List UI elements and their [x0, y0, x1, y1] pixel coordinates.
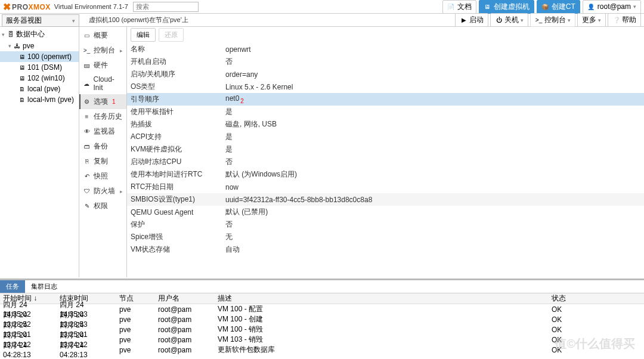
nav-item-label: 快照 — [94, 171, 108, 181]
view-bar: 服务器视图▾ 虚拟机100 (openwrt)在节点'pve'上 ▶启动 ⏻关机… — [0, 14, 644, 27]
log-row[interactable]: 四月 24 04:28:13四月 24 04:28:13pveroot@pam更… — [0, 345, 644, 355]
server-icon: 🗄 — [7, 30, 14, 38]
option-value: 是 — [225, 107, 644, 117]
nav-item-label: 监视器 — [94, 126, 115, 137]
option-key: 名称 — [127, 44, 225, 54]
option-row[interactable]: 启动时冻结CPU否 — [127, 156, 644, 168]
option-value: 无 — [225, 232, 644, 242]
chevron-right-icon: ▸ — [120, 188, 123, 194]
nav-item[interactable]: ☁Cloud-Init — [79, 73, 126, 94]
option-key: VM状态存储 — [127, 245, 225, 255]
col-node[interactable]: 节点 — [116, 292, 155, 305]
option-value: 默认 (已禁用) — [225, 207, 644, 217]
option-key: OS类型 — [127, 82, 225, 92]
backup-icon: 🗃 — [83, 143, 91, 150]
option-key: Spice增强 — [127, 232, 225, 242]
nav-item-label: 控制台 — [94, 45, 115, 55]
nav-item[interactable]: ▭概要 — [79, 28, 126, 43]
more-button[interactable]: 更多▾ — [577, 13, 606, 27]
log-panel: 任务 集群日志 开始时间 ↓ 结束时间 节点 用户名 描述 状态 四月 24 1… — [0, 278, 644, 359]
start-button[interactable]: ▶启动 — [455, 13, 488, 27]
tree-item[interactable]: 🖥100 (openwrt) — [0, 51, 79, 62]
option-row[interactable]: OS类型Linux 5.x - 2.6 Kernel — [127, 81, 644, 93]
option-key: 启动时冻结CPU — [127, 157, 225, 167]
tree-item[interactable]: ▾🖧pve — [0, 41, 79, 51]
revert-button[interactable]: 还原 — [159, 28, 184, 42]
terminal-icon: >_ — [535, 16, 543, 24]
nav-item-label: 防火墙 — [94, 186, 115, 196]
expand-icon: ▾ — [2, 32, 5, 38]
monitor-icon: 👁 — [83, 128, 91, 135]
console-icon: >_ — [83, 47, 91, 54]
option-row[interactable]: VM状态存储自动 — [127, 243, 644, 256]
storage-icon: 🗎 — [18, 85, 26, 93]
shutdown-button[interactable]: ⏻关机▾ — [490, 13, 528, 27]
col-user[interactable]: 用户名 — [155, 292, 215, 305]
create-ct-button[interactable]: 📦创建CT — [537, 0, 580, 14]
chevron-right-icon: ▸ — [120, 48, 123, 54]
nav-item[interactable]: 🛡防火墙▸ — [79, 184, 126, 199]
option-value: Linux 5.x - 2.6 Kernel — [225, 83, 644, 91]
option-row[interactable]: 开机自启动否 — [127, 55, 644, 68]
option-value: 否 — [225, 219, 644, 230]
option-row[interactable]: 热插拔磁盘, 网络, USB — [127, 118, 644, 131]
tree-item[interactable]: 🗎local-lvm (pve) — [0, 94, 79, 105]
console-button[interactable]: >_控制台▾ — [530, 13, 575, 27]
tree-item-label: 102 (win10) — [27, 74, 65, 82]
expand-icon: ▾ — [8, 43, 11, 49]
nav-item-label: 备份 — [94, 141, 108, 151]
options-icon: ⚙ — [83, 98, 91, 106]
nav-item-label: 复制 — [94, 156, 108, 166]
side-nav: ▭概要>_控制台▸🖴硬件☁Cloud-Init⚙选项1≡任务历史👁监视器🗃备份⎘… — [79, 27, 127, 277]
docs-button[interactable]: 📄文档 — [442, 0, 476, 14]
nav-item[interactable]: >_控制台▸ — [79, 43, 126, 58]
nav-item-label: 选项 — [94, 97, 108, 107]
search-input[interactable] — [133, 2, 199, 12]
nav-item[interactable]: ≡任务历史 — [79, 109, 126, 124]
nav-item[interactable]: 🖴硬件 — [79, 58, 126, 73]
option-key: RTC开始日期 — [127, 182, 225, 192]
option-row[interactable]: RTC开始日期now — [127, 181, 644, 193]
nav-item[interactable]: 👁监视器 — [79, 124, 126, 139]
monitor-icon: 🖥 — [484, 3, 491, 11]
tree-item[interactable]: ▾🗄数据中心 — [0, 28, 79, 41]
play-icon: ▶ — [460, 16, 467, 24]
nav-item[interactable]: ⚙选项1 — [79, 94, 126, 109]
view-selector[interactable]: 服务器视图▾ — [2, 14, 79, 27]
user-menu[interactable]: 👤root@pam▾ — [583, 0, 641, 14]
option-row[interactable]: ACPI支持是 — [127, 131, 644, 143]
option-value: net02 — [225, 94, 644, 104]
tab-cluster-log[interactable]: 集群日志 — [25, 280, 63, 293]
option-value: 是 — [225, 144, 644, 154]
help-icon: ❔ — [612, 16, 620, 24]
tree-item[interactable]: 🗎local (pve) — [0, 83, 79, 94]
option-row[interactable]: Spice增强无 — [127, 231, 644, 243]
option-row[interactable]: 启动/关机顺序order=any — [127, 68, 644, 81]
create-vm-button[interactable]: 🖥创建虚拟机 — [479, 0, 534, 14]
nav-item[interactable]: ⎘复制 — [79, 154, 126, 169]
option-value: 否 — [225, 157, 644, 167]
tree-item[interactable]: 🖥102 (win10) — [0, 73, 79, 83]
option-row[interactable]: KVM硬件虚拟化是 — [127, 143, 644, 156]
option-row[interactable]: SMBIOS设置(type1)uuid=3f42312a-ff30-4cc5-8… — [127, 193, 644, 206]
nav-item[interactable]: 🗃备份 — [79, 139, 126, 154]
help-button[interactable]: ❔帮助 — [608, 13, 641, 27]
tab-tasks[interactable]: 任务 — [0, 280, 25, 293]
nav-item[interactable]: ✎权限 — [79, 199, 126, 213]
option-row[interactable]: 引导顺序net02 — [127, 93, 644, 106]
edit-button[interactable]: 编辑 — [131, 28, 156, 42]
tree-item[interactable]: 🖥101 (DSM) — [0, 62, 79, 73]
replication-icon: ⎘ — [83, 157, 91, 165]
tree-item-label: local-lvm (pve) — [27, 95, 74, 104]
option-row[interactable]: 使用平板指针是 — [127, 106, 644, 118]
option-row[interactable]: 保护否 — [127, 218, 644, 231]
col-status[interactable]: 状态 — [549, 292, 620, 305]
badge: 2 — [240, 98, 244, 104]
option-row[interactable]: QEMU Guest Agent默认 (已禁用) — [127, 206, 644, 218]
chevron-down-icon: ▾ — [72, 18, 75, 24]
nav-item[interactable]: ↶快照 — [79, 169, 126, 184]
option-row[interactable]: 使用本地时间进行RTC默认 (为Windows启用) — [127, 168, 644, 181]
top-bar: ✖ PROXMOX Virtual Environment 7.1-7 📄文档 … — [0, 0, 644, 14]
option-row[interactable]: 名称openwrt — [127, 43, 644, 55]
nav-item-label: 概要 — [94, 30, 108, 41]
